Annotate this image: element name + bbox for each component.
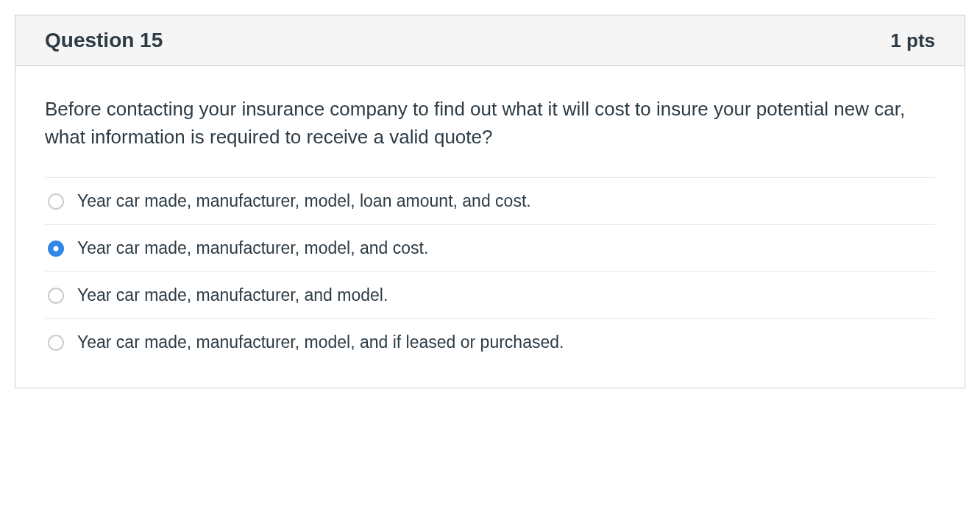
option-label: Year car made, manufacturer, and model.: [77, 285, 388, 305]
options-list: Year car made, manufacturer, model, loan…: [45, 177, 935, 366]
option-row-1[interactable]: Year car made, manufacturer, model, and …: [45, 225, 935, 272]
question-header: Question 15 1 pts: [15, 15, 965, 66]
question-points: 1 pts: [890, 29, 935, 52]
option-label: Year car made, manufacturer, model, and …: [77, 238, 428, 258]
option-row-2[interactable]: Year car made, manufacturer, and model.: [45, 272, 935, 319]
radio-icon: [48, 335, 64, 351]
radio-icon: [48, 193, 64, 210]
radio-icon: [48, 288, 64, 304]
question-card: Question 15 1 pts Before contacting your…: [15, 15, 965, 388]
question-body: Before contacting your insurance company…: [15, 66, 965, 388]
question-prompt: Before contacting your insurance company…: [45, 96, 935, 151]
option-label: Year car made, manufacturer, model, and …: [77, 332, 564, 352]
option-label: Year car made, manufacturer, model, loan…: [77, 191, 531, 211]
option-row-3[interactable]: Year car made, manufacturer, model, and …: [45, 319, 935, 366]
radio-icon: [48, 241, 64, 257]
option-row-0[interactable]: Year car made, manufacturer, model, loan…: [45, 178, 935, 225]
question-title: Question 15: [45, 29, 163, 52]
